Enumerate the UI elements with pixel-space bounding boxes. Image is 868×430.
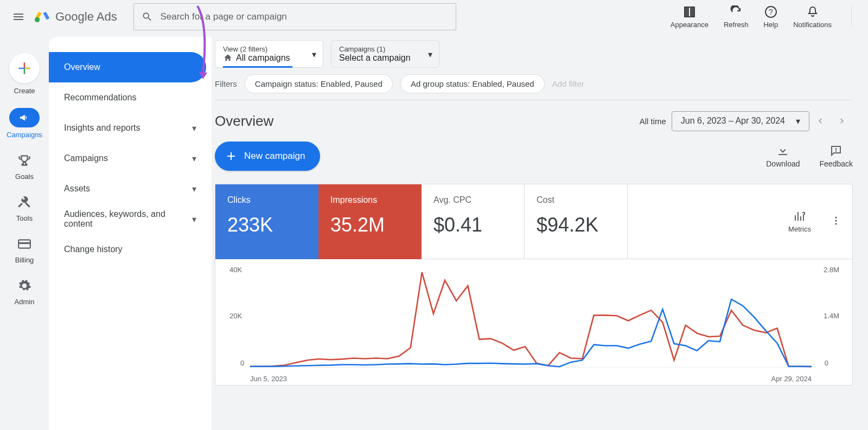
search-input[interactable] bbox=[160, 11, 448, 22]
appearance-button[interactable]: Appearance bbox=[671, 5, 709, 29]
y-left-min: 0 bbox=[240, 359, 244, 367]
refresh-label: Refresh bbox=[724, 21, 749, 29]
date-next-button[interactable] bbox=[831, 110, 853, 132]
sidebar-item-campaigns[interactable]: Campaigns▾ bbox=[49, 143, 212, 174]
download-label: Download bbox=[766, 159, 800, 168]
filter-chip-adgroup-status[interactable]: Ad group status: Enabled, Paused bbox=[400, 74, 545, 93]
bell-icon bbox=[806, 5, 819, 18]
sidebar-item-insights[interactable]: Insights and reports▾ bbox=[49, 113, 212, 143]
metric-tile-avg-cpc[interactable]: Avg. CPC $0.41 bbox=[422, 184, 525, 259]
create-label: Create bbox=[14, 87, 35, 95]
metric-value: $94.2K bbox=[537, 214, 615, 236]
feedback-button[interactable]: Feedback bbox=[820, 144, 853, 168]
gear-icon bbox=[17, 279, 31, 293]
campaign-caption: Campaigns (1) bbox=[339, 45, 415, 53]
create-button[interactable]: Create bbox=[9, 53, 40, 95]
help-icon: ? bbox=[764, 5, 777, 18]
card-menu-button[interactable] bbox=[827, 212, 845, 232]
date-range-label: All time bbox=[640, 117, 666, 126]
billing-nav[interactable]: Billing bbox=[15, 235, 34, 264]
page-title: Overview bbox=[215, 113, 273, 130]
sidebar-label: Overview bbox=[64, 62, 100, 72]
metric-value: 35.2M bbox=[330, 214, 410, 236]
svg-point-7 bbox=[835, 220, 837, 221]
chevron-right-icon bbox=[838, 117, 846, 125]
admin-nav[interactable]: Admin bbox=[15, 277, 35, 306]
date-range-value: Jun 6, 2023 – Apr 30, 2024 bbox=[681, 116, 785, 126]
metrics-icon bbox=[793, 210, 806, 223]
sidebar-item-assets[interactable]: Assets▾ bbox=[49, 174, 212, 204]
svg-text:?: ? bbox=[769, 8, 773, 16]
hamburger-menu[interactable] bbox=[5, 4, 31, 30]
sidebar-item-change-history[interactable]: Change history bbox=[49, 234, 212, 265]
y-right-max: 2.8M bbox=[824, 266, 839, 274]
y-left-max: 40K bbox=[229, 266, 242, 274]
billing-label: Billing bbox=[15, 256, 34, 264]
chevron-down-icon: ▾ bbox=[192, 123, 196, 133]
brand-logo[interactable]: Google Ads bbox=[34, 8, 117, 25]
goals-nav[interactable]: Goals bbox=[15, 152, 34, 181]
view-selector[interactable]: View (2 filters) All campaigns ▾ bbox=[215, 40, 323, 68]
trophy-icon bbox=[17, 153, 31, 168]
metric-name: Cost bbox=[537, 195, 615, 205]
tools-label: Tools bbox=[16, 214, 33, 222]
x-start: Jun 5, 2023 bbox=[250, 375, 287, 383]
y-left-mid: 20K bbox=[229, 312, 242, 320]
main-content: View (2 filters) All campaigns ▾ Campaig… bbox=[212, 34, 868, 430]
metric-value: $0.41 bbox=[433, 214, 512, 236]
view-value: All campaigns bbox=[223, 53, 299, 63]
feedback-label: Feedback bbox=[820, 159, 853, 168]
notifications-button[interactable]: Notifications bbox=[793, 5, 832, 29]
svg-point-6 bbox=[835, 216, 837, 218]
metric-name: Clicks bbox=[227, 195, 307, 205]
metrics-button[interactable]: Metrics bbox=[788, 210, 811, 233]
appearance-label: Appearance bbox=[671, 21, 709, 29]
chevron-down-icon: ▾ bbox=[192, 214, 196, 224]
help-button[interactable]: ? Help bbox=[763, 5, 778, 29]
sidebar-label: Change history bbox=[64, 245, 123, 254]
sidebar-item-overview[interactable]: Overview bbox=[49, 52, 206, 82]
refresh-button[interactable]: Refresh bbox=[724, 5, 749, 29]
credit-card-icon bbox=[17, 237, 31, 251]
tools-nav[interactable]: Tools bbox=[16, 194, 33, 222]
download-button[interactable]: Download bbox=[766, 144, 800, 168]
tools-icon bbox=[17, 195, 31, 209]
date-prev-button[interactable] bbox=[809, 110, 831, 132]
sidebar-label: Campaigns bbox=[64, 153, 108, 163]
campaigns-label: Campaigns bbox=[7, 131, 42, 139]
metric-tile-impressions[interactable]: Impressions 35.2M bbox=[318, 184, 422, 259]
metric-name: Avg. CPC bbox=[433, 195, 512, 205]
date-range-picker[interactable]: Jun 6, 2023 – Apr 30, 2024 ▾ bbox=[672, 111, 809, 131]
filters-label: Filters bbox=[215, 79, 237, 88]
sidebar-item-recommendations[interactable]: Recommendations bbox=[49, 82, 212, 113]
metric-name: Impressions bbox=[330, 195, 410, 205]
download-icon bbox=[776, 144, 789, 157]
caret-down-icon: ▾ bbox=[312, 49, 316, 59]
svg-point-8 bbox=[835, 223, 837, 224]
sidebar: Overview Recommendations Insights and re… bbox=[49, 37, 212, 430]
add-filter-button[interactable]: Add filter bbox=[552, 79, 584, 88]
sidebar-label: Assets bbox=[64, 184, 90, 194]
caret-down-icon: ▾ bbox=[796, 116, 800, 126]
notifications-label: Notifications bbox=[793, 21, 832, 29]
search-box[interactable] bbox=[133, 3, 456, 30]
svg-point-0 bbox=[35, 17, 40, 22]
filter-chip-campaign-status[interactable]: Campaign status: Enabled, Paused bbox=[245, 74, 393, 93]
new-campaign-button[interactable]: New campaign bbox=[215, 142, 320, 171]
header-actions: Appearance Refresh ? Help Notifications bbox=[671, 5, 863, 29]
search-icon bbox=[142, 11, 153, 23]
metric-tile-cost[interactable]: Cost $94.2K bbox=[525, 184, 628, 259]
campaigns-nav[interactable]: Campaigns bbox=[7, 108, 42, 139]
goals-label: Goals bbox=[15, 172, 34, 181]
metric-tile-clicks[interactable]: Clicks 233K bbox=[215, 184, 318, 259]
campaign-selector[interactable]: Campaigns (1) Select a campaign ▾ bbox=[331, 40, 439, 68]
sidebar-item-audiences[interactable]: Audiences, keywords, and content▾ bbox=[49, 204, 212, 234]
top-selectors: View (2 filters) All campaigns ▾ Campaig… bbox=[215, 40, 853, 68]
campaign-value: Select a campaign bbox=[339, 53, 415, 63]
plus-icon bbox=[225, 150, 238, 163]
metric-tiles: Clicks 233K Impressions 35.2M Avg. CPC $… bbox=[215, 184, 852, 259]
new-campaign-label: New campaign bbox=[244, 151, 305, 162]
feedback-icon bbox=[829, 144, 843, 157]
chart-area: 40K 20K 0 2.8M 1.4M 0 Jun 5, 2023 Apr 29… bbox=[226, 266, 841, 380]
chevron-left-icon bbox=[816, 117, 824, 125]
